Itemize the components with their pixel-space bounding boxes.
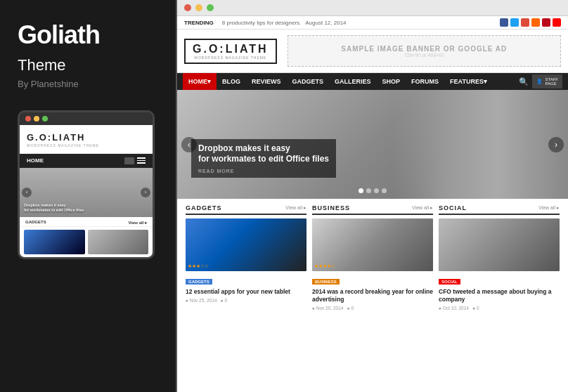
app-subtitle: Theme [18, 56, 158, 74]
browser-dot-red [184, 4, 191, 11]
facebook-icon[interactable] [500, 18, 508, 27]
business-title: BUSINESS [312, 204, 350, 211]
gadgets-badge: GADGETS [186, 279, 212, 285]
hero-dot-4[interactable] [382, 188, 387, 193]
gadgets-card: ★★★☆☆ GADGETS 12 essential apps for your… [186, 218, 306, 303]
hero-caption-box: Dropbox makes it easy for workmates to e… [191, 139, 336, 178]
business-badge: BUSINESS [312, 279, 340, 285]
dot-red [25, 116, 31, 122]
twitter-icon[interactable] [510, 18, 519, 27]
sections-row: GADGETS View all ▸ ★★★☆☆ GADGETS 12 esse… [177, 199, 568, 392]
gplus-icon[interactable] [521, 18, 529, 27]
mobile-logo-sub: WORDPRESS MAGAZINE THEME [27, 143, 99, 148]
browser-content: TRENDING 8 productivity tips for designe… [177, 16, 568, 392]
mobile-burger-icon [137, 157, 146, 164]
user-icon: 👤 [536, 79, 543, 84]
nav-home[interactable]: HOME▾ [183, 73, 217, 90]
section-gadgets: GADGETS View all ▸ ★★★☆☆ GADGETS 12 esse… [183, 204, 309, 392]
trending-text: 8 productivity tips for designers. [222, 20, 302, 26]
right-panel: TRENDING 8 productivity tips for designe… [176, 0, 568, 392]
mobile-prev-arrow[interactable]: ‹ [22, 188, 32, 197]
trending-bar: TRENDING 8 productivity tips for designe… [177, 16, 568, 30]
dot-green [42, 116, 48, 122]
dot-yellow [34, 116, 39, 122]
nav-forums[interactable]: FORUMS [406, 73, 444, 90]
hero-read-more[interactable]: READ MORE [198, 169, 329, 174]
browser-dot-yellow [195, 4, 202, 11]
site-header: G.O:LIATH WORDPRESS MAGAZINE THEME SAMPL… [177, 30, 568, 73]
nav-gadgets[interactable]: GADGETS [287, 73, 330, 90]
social-section-header: SOCIAL View all ▸ [439, 204, 560, 215]
ad-banner: SAMPLE IMAGE BANNER OR GOOGLE AD 728×90 … [288, 35, 561, 67]
mobile-nav-bar: HOME [20, 154, 153, 168]
hero-dots [359, 188, 387, 193]
business-stars: ★★★★☆ [314, 263, 335, 269]
social-title: SOCIAL [439, 204, 467, 211]
site-nav: HOME▾ BLOG REVIEWS GADGETS GALLERIES SHO… [177, 73, 568, 90]
mobile-content: G.O:LIATH WORDPRESS MAGAZINE THEME HOME … [20, 125, 153, 257]
mobile-dots-bar [20, 112, 153, 125]
business-card: ★★★★☆ BUSINESS 2014 was a record breakin… [312, 218, 433, 311]
hero-dot-3[interactable] [374, 188, 379, 193]
mobile-view-all[interactable]: View all ▸ [128, 220, 147, 225]
hero-caption: Dropbox makes it easy for workmates to e… [191, 139, 336, 178]
social-card-meta: ● Oct 10, 2014 ● 0 [439, 306, 560, 311]
mobile-nav-home: HOME [27, 157, 44, 164]
browser-chrome [177, 0, 568, 16]
nav-blog[interactable]: BLOG [217, 73, 246, 90]
mobile-nav-icons [124, 157, 146, 164]
hero-caption-text2: for workmates to edit Office files [198, 154, 329, 165]
social-card-image [439, 218, 560, 271]
user-box[interactable]: 👤 STAFFPAGE [532, 74, 562, 89]
trending-label: TRENDING [184, 20, 214, 26]
nav-shop[interactable]: SHOP [377, 73, 406, 90]
hero-dot-2[interactable] [366, 188, 371, 193]
business-view-all[interactable]: View all ▸ [412, 205, 433, 211]
site-logo[interactable]: G.O:LIATH WORDPRESS MAGAZINE THEME [184, 39, 277, 64]
left-panel: Goliath Theme By Planetshine G.O:LIATH W… [0, 0, 176, 392]
mobile-preview: G.O:LIATH WORDPRESS MAGAZINE THEME HOME … [18, 110, 155, 259]
hero-next-arrow[interactable]: › [548, 137, 564, 152]
mobile-logo-bar: G.O:LIATH WORDPRESS MAGAZINE THEME [20, 125, 153, 154]
section-social: SOCIAL View all ▸ SOCIAL CFO tweeted a m… [436, 204, 562, 392]
site-logo-subtext: WORDPRESS MAGAZINE THEME [194, 55, 266, 60]
gadgets-view-all[interactable]: View all ▸ [285, 205, 306, 211]
hero-person-image [392, 90, 568, 199]
youtube-icon[interactable] [553, 18, 561, 27]
social-badge: SOCIAL [439, 279, 460, 285]
business-card-title: 2014 was a record breaking year for onli… [312, 288, 433, 303]
mobile-hero: ‹ › Dropbox makes it easy for workmates … [20, 168, 153, 217]
business-card-meta: ● Nov 20, 2014 ● 0 [312, 306, 433, 311]
social-card: SOCIAL CFO tweeted a message about buyin… [439, 218, 560, 311]
trending-social [500, 18, 561, 27]
ad-banner-size: 728×90 or 468×60 [404, 53, 444, 58]
search-icon[interactable]: 🔍 [515, 74, 532, 90]
nav-reviews[interactable]: REVIEWS [246, 73, 287, 90]
business-card-image: ★★★★☆ [312, 218, 433, 271]
rss-icon[interactable] [531, 18, 540, 27]
social-view-all[interactable]: View all ▸ [538, 205, 560, 211]
gadgets-card-meta: ● Nov 25, 2014 ● 0 [186, 298, 306, 303]
nav-features[interactable]: FEATURES▾ [444, 73, 493, 90]
gadgets-card-title: 12 essential apps for your new tablet [186, 288, 306, 296]
user-label: STAFFPAGE [545, 77, 558, 86]
mobile-gadgets-label: GADGETS [25, 220, 46, 225]
mobile-hero-overlay: Dropbox makes it easy for workmates to e… [24, 203, 148, 213]
app-title: Goliath [18, 21, 158, 49]
section-business: BUSINESS View all ▸ ★★★★☆ BUSINESS 2014 … [309, 204, 436, 392]
gadgets-title: GADGETS [186, 204, 222, 211]
mobile-hero-text2: for workmates to edit Office files [24, 208, 148, 213]
gadgets-section-header: GADGETS View all ▸ [186, 204, 306, 215]
hero-slider: ‹ › Dropbox makes it easy for workmates … [177, 90, 568, 199]
social-card-title: CFO tweeted a message about buying a com… [439, 288, 560, 303]
pinterest-icon[interactable] [542, 18, 550, 27]
mobile-section-label: GADGETS View all ▸ [20, 217, 153, 227]
ad-banner-text: SAMPLE IMAGE BANNER OR GOOGLE AD [341, 45, 507, 53]
gadgets-card-image: ★★★☆☆ [186, 218, 306, 271]
mobile-logo-text: G.O:LIATH [27, 132, 85, 143]
mobile-gadgets-grid [20, 227, 153, 257]
hero-dot-1[interactable] [359, 188, 363, 193]
app-author: By Planetshine [18, 79, 158, 89]
mobile-next-arrow[interactable]: › [141, 188, 150, 197]
nav-galleries[interactable]: GALLERIES [329, 73, 377, 90]
